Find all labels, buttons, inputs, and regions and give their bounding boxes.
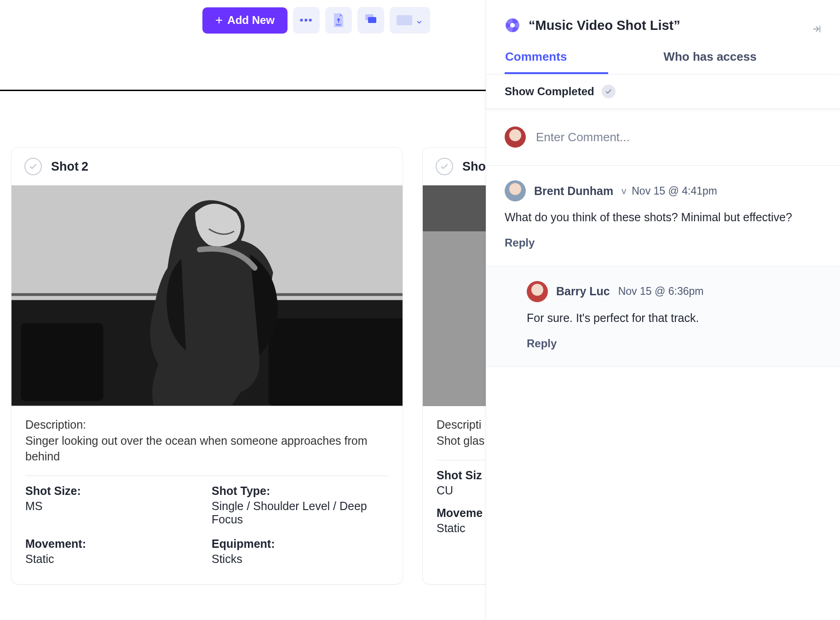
- comment-composer: [486, 109, 840, 166]
- panel-tabs: Comments Who has access: [505, 50, 822, 74]
- shot-card-body: Description: Singer looking out over the…: [12, 406, 403, 584]
- reply-button[interactable]: Reply: [527, 337, 822, 350]
- comment-time: Nov 15 @ 4:41pm: [632, 185, 717, 197]
- check-icon: [29, 162, 38, 171]
- export-pdf-button[interactable]: PDF: [325, 7, 352, 34]
- panel-title: “Music Video Shot List”: [529, 18, 680, 33]
- movement-value: Static: [25, 552, 202, 566]
- svg-rect-7: [269, 318, 403, 406]
- shot-title: Shot2: [51, 160, 88, 174]
- shot-card-header: Shot2: [12, 148, 403, 185]
- collapse-panel-button[interactable]: [811, 24, 822, 36]
- svg-text:PDF: PDF: [336, 23, 341, 26]
- aperture-icon: [505, 17, 520, 33]
- shot-type-label: Shot Type:: [212, 484, 389, 498]
- check-icon: [605, 88, 612, 95]
- ellipsis-icon: [299, 14, 313, 26]
- svg-rect-2: [368, 17, 376, 23]
- comment-body: What do you think of these shots? Minima…: [505, 210, 822, 225]
- shot-size-label: Shot Size:: [25, 484, 202, 498]
- equipment-label: Equipment:: [212, 537, 389, 551]
- avatar: [505, 180, 526, 201]
- field-divider: [25, 476, 389, 476]
- shot-card[interactable]: Shot2 Description: Singer look: [11, 147, 403, 585]
- comments-button[interactable]: [357, 7, 384, 34]
- comments-panel: “Music Video Shot List” Comments Who has…: [486, 0, 840, 620]
- complete-toggle[interactable]: [436, 158, 453, 175]
- avatar: [505, 126, 526, 148]
- comment-author: Barry Luc: [556, 285, 610, 298]
- show-completed-toggle[interactable]: [602, 85, 616, 98]
- svg-point-8: [510, 23, 515, 28]
- layout-icon: [397, 15, 412, 25]
- reply-button[interactable]: Reply: [505, 236, 822, 249]
- add-new-label: Add New: [227, 14, 275, 27]
- comment-item: Brent Dunham v Nov 15 @ 4:41pm What do y…: [486, 166, 840, 266]
- layout-dropdown-button[interactable]: [390, 7, 430, 34]
- storyboard-illustration: [12, 185, 403, 406]
- movement-label: Movement:: [25, 537, 202, 551]
- plus-icon: [215, 14, 223, 27]
- tab-access[interactable]: Who has access: [663, 50, 756, 74]
- shot-type-value: Single / Shoulder Level / Deep Focus: [212, 499, 389, 526]
- comment-author: Brent Dunham: [534, 184, 613, 198]
- chevron-down-icon: [415, 14, 423, 26]
- comment-item: Barry Luc Nov 15 @ 6:36pm For sure. It's…: [486, 266, 840, 367]
- tab-comments[interactable]: Comments: [505, 50, 608, 74]
- comment-body: For sure. It's perfect for that track.: [527, 310, 822, 326]
- chat-icon: [364, 12, 377, 28]
- more-options-button[interactable]: [293, 7, 320, 34]
- avatar: [527, 281, 548, 302]
- complete-toggle[interactable]: [24, 158, 42, 175]
- comment-input[interactable]: [536, 130, 822, 144]
- shot-image[interactable]: [12, 185, 403, 406]
- pdf-icon: PDF: [333, 13, 344, 27]
- show-completed-label: Show Completed: [505, 85, 594, 98]
- collapse-icon: [811, 24, 822, 34]
- description-label: Description:: [25, 418, 389, 431]
- comment-time: Nov 15 @ 6:36pm: [618, 285, 704, 298]
- equipment-value: Sticks: [212, 552, 389, 566]
- shot-size-value: MS: [25, 499, 202, 513]
- svg-rect-6: [21, 323, 104, 401]
- show-completed-row: Show Completed: [486, 75, 840, 109]
- version-marker: v: [621, 186, 626, 196]
- add-new-button[interactable]: Add New: [202, 7, 288, 34]
- description-text: Singer looking out over the ocean when s…: [25, 433, 389, 465]
- check-icon: [440, 162, 449, 171]
- shot-title: Sho: [462, 160, 486, 174]
